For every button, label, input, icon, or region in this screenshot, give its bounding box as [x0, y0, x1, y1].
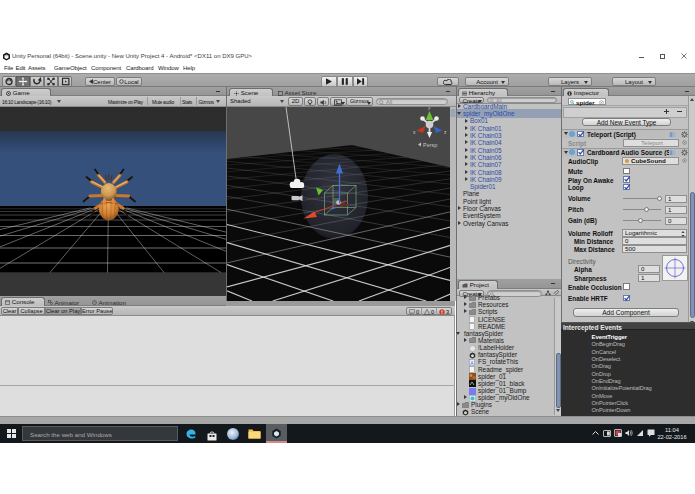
svg-text:Persp: Persp [423, 142, 437, 148]
